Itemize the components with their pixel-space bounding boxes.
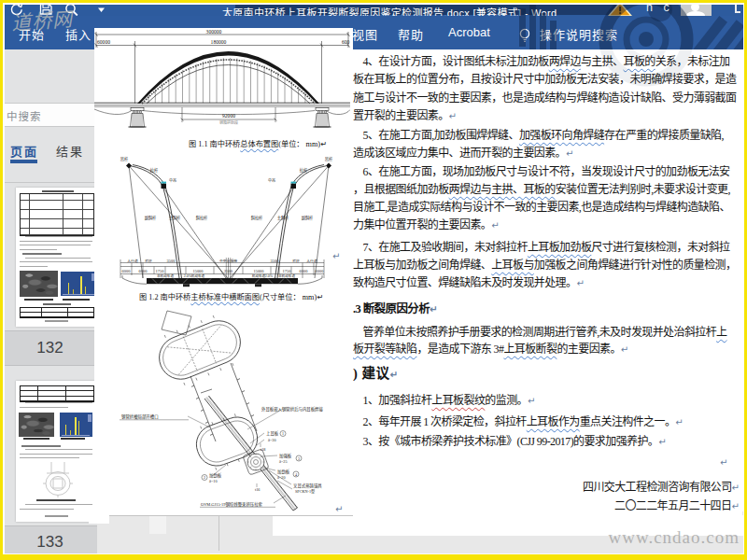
svg-text:3500: 3500 [167,259,176,263]
svg-text:δ=20: δ=20 [277,475,286,480]
svg-text:叉耳式热铸锚具: 叉耳式热铸锚具 [293,483,322,489]
figure2-caption: 图 1.2 南中环桥主桥标准中横断面图(尺寸单位： mm)↵ [139,290,323,301]
svg-text:上耳板: 上耳板 [266,430,279,437]
doc-line-2[interactable]: 施工与设计不一致的主要因素，也是造成结构与焊缝构造设计缺陷、受力薄弱截面 [353,91,736,105]
svg-text:δ=25: δ=25 [279,459,288,464]
doc-line-19[interactable]: 3、按《城市桥梁养护技术标准》(CJJ 99-2017)的要求加强养护。↵ [363,435,667,449]
thumb-caption-bar [63,299,90,301]
svg-text:600: 600 [342,39,350,45]
text-run: 存在严重的焊接质量缺陷, [604,129,724,142]
doc-line-17[interactable]: 1、加强斜拉杆上耳板裂纹的监测。↵ [363,394,536,408]
svg-text:92000: 92000 [222,113,235,119]
doc-line-5[interactable]: 造成该区域应力集中、进而开裂的主要因素。↵ [353,147,573,161]
thumb-text-line [22,253,62,255]
eds-spectrum-thumb2 [60,413,92,437]
navigation-pane: 中搜索 页面 结果 132 [3,49,97,553]
nav-divider [3,182,97,183]
svg-text:主斜杆: 主斜杆 [169,215,181,221]
text-run: 管养单位未按照养护手册要求的检测周期进行管养,未及时发现并处治斜拉杆 [363,326,717,339]
doc-line-8[interactable]: 目施工,是造成实际结构与设计不一致的主要因素,也是造成结构与焊缝构造缺陷、 [353,201,730,214]
search-document-input[interactable]: 中搜索 [3,103,97,127]
doc-line-20[interactable]: ↵ [720,455,727,469]
text-run: 上耳板与加劲板之间角焊缝、 [353,259,491,272]
thumb-text-line [20,241,92,242]
figure1-caption: 图 1.1 南中环桥总体布置图(单位： mm)↵ [189,137,327,148]
page-thumbnail-132[interactable] [16,188,97,327]
svg-text:6000: 6000 [122,269,132,273]
search-text: 中搜索 [7,108,42,123]
nav-tab-pages[interactable]: 页面 [10,142,38,160]
paragraph-mark: ↵ [449,111,457,121]
text-run: 上耳板裂纹 [431,394,485,407]
svg-text:15000: 15000 [193,269,204,273]
text-run: 5、在施工方面,加劲板围焊焊缝、 [363,129,519,142]
text-run: 板在耳板上的位置分布，且按设计尺寸中加劲板无法安装，未明确焊接要求，是造 [353,73,736,86]
text-run: 两焊边 [549,55,581,68]
text-run: 图 1.1 南中环桥 [189,140,240,148]
figure-cross-section: 吊杆 吊杆 拉杆 拉杆 中吊 中吊 副斜杆 副斜杆 主斜杆 主斜杆 斜拉杆 斜拉… [94,149,350,294]
spectrum-axis [62,435,90,436]
svg-text:非机动车道: 非机动车道 [157,273,174,278]
text-run: 的监测。 [485,394,528,407]
text-run: 6、在施工方面，现场加劲板尺寸与设计不符，当发现设计尺寸的加劲板无法安 [363,165,730,178]
text-run: 图 1.2 南中环桥 [139,293,190,301]
svg-text:中吊: 中吊 [268,177,275,183]
text-run: 重点关注构件之一。 [580,415,676,428]
text-run: ，且根据图纸加劲板 [353,183,449,196]
figure-earplate-detail: 钢管拱梗局部开槽口 外耳板嵌入钢管拱后与内耳板焊接 上耳板 δ=30 t18 1… [100,303,350,514]
doc-line-11[interactable]: 上耳板与加劲板之间角焊缝、上耳板与加强板之间角焊缝进行针对性的质量检测， [353,259,736,272]
text-run: 的主要因素。 [557,343,620,356]
text-run: 加强板环向角焊缝 [519,129,604,142]
spectrum-peak [78,421,79,435]
eds-spectrum-thumb [61,272,97,296]
site-watermark: www.cndao.com [608,527,740,548]
spectrum-legend [88,414,92,422]
svg-text:斜拉杆: 斜拉杆 [251,215,263,221]
doc-line-22[interactable]: 二〇二二年五月二十四日↵ [614,499,740,513]
thumb-text-line [20,457,79,458]
thumb-text-line [20,454,92,455]
doc-line-1[interactable]: 板在耳板上的位置分布，且按设计尺寸中加劲板无法安装，未明确焊接要求，是造 [353,73,736,86]
doc-line-21[interactable]: 四川交大工程检测咨询有限公司↵ [583,481,740,495]
text-run: 总体布置图 [240,140,278,148]
doc-line-0[interactable]: 4、在设计方面，设计图纸未标注加劲板两焊边与主拱、耳板的关系，未标注加 [363,55,730,68]
page-number-label[interactable]: 132 [3,330,97,366]
svg-text:人行道: 人行道 [127,259,138,263]
doc-line-18[interactable]: 2、每年开展 1 次桥梁定检，斜拉杆上耳板作为重点关注构件之一。↵ [363,415,684,429]
svg-text:3500: 3500 [271,259,280,263]
svg-text:主斜杆: 主斜杆 [277,215,289,221]
text-run: (尺寸单位： mm) [260,293,317,301]
svg-text:拉杆: 拉杆 [150,167,159,174]
text-run: 两焊边与主拱、耳板的 [449,183,556,196]
paragraph-mark: ↵ [731,501,739,511]
text-run: 上耳板加劲板 [528,241,591,254]
page-thumbnail-133[interactable] [16,381,97,522]
doc-line-16[interactable]: ) 建议↵ [353,367,398,382]
thumb-text-line [25,504,92,505]
frame-yellow-top [0,0,747,3]
doc-line-4[interactable]: 5、在施工方面,加劲板围焊焊缝、加强板环向角焊缝存在严重的焊接质量缺陷, [363,129,724,142]
doc-line-9[interactable]: 力集中位置开裂的主要因素。↵ [353,218,500,232]
page-number-label[interactable]: 133 [3,525,97,554]
svg-text:180000: 180000 [211,39,227,45]
svg-text:栏杆: 栏杆 [145,259,152,263]
thumb-table [20,385,94,402]
doc-line-13[interactable]: .3 断裂原因分析↵ [353,302,438,316]
thumb-text-line [20,249,57,250]
doc-line-3[interactable]: 置开裂的主要因素。↵ [353,109,457,123]
svg-text:中吊: 中吊 [169,177,176,183]
doc-line-10[interactable]: 7、在施工及验收期间，未对斜拉杆上耳板加劲板尺寸进行复核检测，未对斜拉 [363,241,730,254]
doc-line-7[interactable]: ，且根据图纸加劲板两焊边与主拱、耳板的安装位置无法判别时,未要求设计变更, [353,183,730,196]
document-page-left[interactable]: 300000 60000 180000 600 [94,28,353,516]
doc-line-14[interactable]: 管养单位未按照养护手册要求的检测周期进行管养,未及时发现并处治斜拉杆上 [363,326,727,339]
svg-text:2: 2 [204,475,205,480]
svg-text:1750: 1750 [156,269,165,273]
thumb-text-line [25,258,91,259]
svg-text:60000: 60000 [97,39,110,45]
nav-tab-results[interactable]: 结果 [56,142,84,160]
document-page-right[interactable]: 4、在设计方面，设计图纸未标注加劲板两焊边与主拱、耳板的关系，未标注加板在耳板上… [353,49,742,536]
doc-line-15[interactable]: 板开裂等缺陷，是造成下游东 3#上耳板断裂的主要因素。↵ [353,343,628,357]
doc-line-6[interactable]: 6、在施工方面，现场加劲板尺寸与设计不符，当发现设计尺寸的加劲板无法安 [363,165,730,178]
svg-text:OVM.GJ15-19钢绞线整束挤压拉索: OVM.GJ15-19钢绞线整束挤压拉索 [201,501,263,508]
doc-line-12[interactable]: 致构造尺寸位置、焊缝缺陷未及时发现并处理。↵ [353,276,585,290]
